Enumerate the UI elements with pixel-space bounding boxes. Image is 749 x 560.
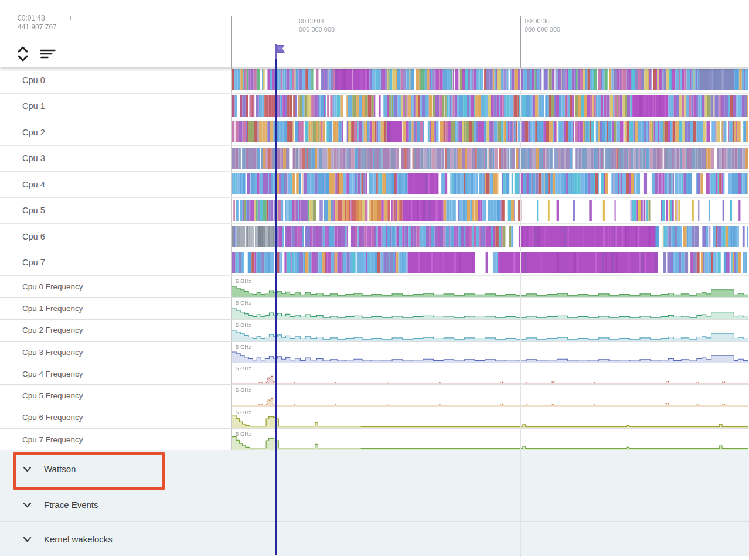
cpu-frequency-canvas[interactable] xyxy=(232,407,748,428)
track-area: 5 GHz xyxy=(232,276,749,297)
track-label-cpu-0[interactable]: Cpu 0 xyxy=(0,67,232,93)
frequency-scale-label: 5 GHz xyxy=(236,343,251,350)
cpu-frequency-canvas[interactable] xyxy=(232,320,748,341)
cpu-track-row: Cpu 0 xyxy=(0,67,749,94)
cursor-time-plus: + xyxy=(69,14,73,22)
panel-divider xyxy=(231,16,232,67)
frequency-scale-label: 5 GHz xyxy=(236,322,251,328)
section-row-wattson[interactable]: Wattson xyxy=(0,450,749,487)
cpu-track-row: Cpu 7 xyxy=(0,250,749,276)
track-label-cpu-3[interactable]: Cpu 3 xyxy=(0,146,232,172)
track-label-cpu-5[interactable]: Cpu 5 xyxy=(0,198,232,224)
track-label-text: Cpu 5 xyxy=(22,206,45,215)
cpu-frequency-canvas[interactable] xyxy=(232,342,748,363)
track-area xyxy=(232,198,749,224)
track-area: 5 GHz xyxy=(232,320,749,341)
track-label-text: Cpu 3 Frequency xyxy=(22,348,83,357)
section-row-kernel-wakelocks[interactable]: Kernel wakelocks xyxy=(0,522,749,556)
frequency-scale-label: 5 GHz xyxy=(236,299,251,306)
track-label-text: Cpu 0 xyxy=(22,76,45,85)
track-label-cpu-2[interactable]: Cpu 2 xyxy=(0,119,232,145)
track-label-cpu-freq-1[interactable]: Cpu 1 Frequency xyxy=(0,298,232,319)
track-area xyxy=(232,146,749,172)
track-label-cpu-freq-0[interactable]: Cpu 0 Frequency xyxy=(0,276,232,297)
track-area xyxy=(232,224,749,250)
section-label: Ftrace Events xyxy=(44,500,98,510)
track-label-cpu-6[interactable]: Cpu 6 xyxy=(0,224,232,250)
track-label-text: Cpu 2 Frequency xyxy=(22,326,83,334)
cpu-slices-canvas[interactable] xyxy=(232,173,748,194)
track-label-text: Cpu 4 Frequency xyxy=(22,370,83,378)
track-label-cpu-4[interactable]: Cpu 4 xyxy=(0,172,232,197)
track-area xyxy=(232,119,749,145)
section-row-ftrace-events[interactable]: Ftrace Events xyxy=(0,487,749,522)
cursor-timestamp: 00:01:48+ 441 907 767 xyxy=(18,14,73,32)
track-label-text: Cpu 1 Frequency xyxy=(22,304,83,313)
frequency-scale-label: 5 GHz xyxy=(236,409,251,415)
track-label-cpu-freq-6[interactable]: Cpu 6 Frequency xyxy=(0,407,232,428)
cpu-frequency-canvas[interactable] xyxy=(232,363,748,384)
cpu-slices-canvas[interactable] xyxy=(232,95,748,117)
cpu-frequency-track-row: Cpu 4 Frequency5 GHz xyxy=(0,363,749,385)
cpu-slices-canvas[interactable] xyxy=(232,252,748,273)
section-label: Kernel wakelocks xyxy=(44,534,113,544)
track-area xyxy=(232,94,749,119)
cpu-slices-canvas[interactable] xyxy=(232,69,748,90)
cpu-track-row: Cpu 2 xyxy=(0,119,749,146)
cpu-slices-canvas[interactable] xyxy=(232,121,748,142)
tick-label: 00:00:04000 000 000 xyxy=(299,18,335,33)
track-label-cpu-7[interactable]: Cpu 7 xyxy=(0,250,232,276)
track-label-text: Cpu 4 xyxy=(22,180,45,189)
cpu-frequency-canvas[interactable] xyxy=(232,276,748,297)
track-label-cpu-freq-4[interactable]: Cpu 4 Frequency xyxy=(0,363,232,384)
cpu-frequency-track-row: Cpu 0 Frequency5 GHz xyxy=(0,276,749,298)
cpu-frequency-track-row: Cpu 1 Frequency5 GHz xyxy=(0,298,749,319)
frequency-scale-label: 5 GHz xyxy=(236,365,251,371)
cpu-track-row: Cpu 6 xyxy=(0,224,749,250)
track-label-text: Cpu 6 Frequency xyxy=(22,413,83,422)
frequency-scale-label: 5 GHz xyxy=(236,431,251,437)
selected-time-marker xyxy=(275,59,277,555)
section-label: Wattson xyxy=(44,464,76,474)
cpu-frequency-canvas[interactable] xyxy=(232,429,748,450)
cpu-slices-canvas[interactable] xyxy=(232,148,748,169)
flag-marker-icon[interactable] xyxy=(270,42,287,63)
chevron-down-icon[interactable] xyxy=(22,464,32,474)
frequency-scale-label: 5 GHz xyxy=(236,278,251,284)
unfold-tracks-icon[interactable] xyxy=(15,45,30,65)
chevron-down-icon[interactable] xyxy=(22,534,32,544)
cpu-frequency-track-row: Cpu 3 Frequency5 GHz xyxy=(0,342,749,363)
track-label-cpu-1[interactable]: Cpu 1 xyxy=(0,94,232,119)
tick-label: 00:00:06000 000 000 xyxy=(525,18,560,33)
track-label-text: Cpu 2 xyxy=(22,128,45,137)
track-label-text: Cpu 7 xyxy=(22,258,45,267)
track-label-cpu-freq-3[interactable]: Cpu 3 Frequency xyxy=(0,342,232,363)
track-label-cpu-freq-7[interactable]: Cpu 7 Frequency xyxy=(0,429,232,450)
track-label-text: Cpu 1 xyxy=(22,101,45,111)
tick-line xyxy=(295,16,295,67)
perfetto-trace-viewer: 00:01:48+ 441 907 767 00:00:04000 000 00… xyxy=(0,0,749,560)
track-label-text: Cpu 5 Frequency xyxy=(22,391,83,400)
chevron-down-icon[interactable] xyxy=(22,500,32,510)
cpu-frequency-track-row: Cpu 7 Frequency5 GHz xyxy=(0,429,749,450)
track-list: Cpu 0Cpu 1Cpu 2Cpu 3Cpu 4Cpu 5Cpu 6Cpu 7… xyxy=(0,67,749,556)
track-area: 5 GHz xyxy=(232,385,749,406)
track-label-text: Cpu 7 Frequency xyxy=(22,435,83,444)
cpu-slices-canvas[interactable] xyxy=(232,200,748,221)
cpu-frequency-track-row: Cpu 2 Frequency5 GHz xyxy=(0,320,749,342)
track-area: 5 GHz xyxy=(232,429,749,450)
cpu-slices-canvas[interactable] xyxy=(232,226,748,247)
cpu-frequency-track-row: Cpu 5 Frequency5 GHz xyxy=(0,385,749,407)
track-label-cpu-freq-2[interactable]: Cpu 2 Frequency xyxy=(0,320,232,341)
track-sort-icon[interactable] xyxy=(36,47,56,63)
track-area: 5 GHz xyxy=(232,407,749,428)
track-label-cpu-freq-5[interactable]: Cpu 5 Frequency xyxy=(0,385,232,406)
frequency-scale-label: 5 GHz xyxy=(236,387,251,393)
cpu-track-row: Cpu 4 xyxy=(0,172,749,198)
track-label-text: Cpu 6 xyxy=(22,232,45,241)
track-label-text: Cpu 3 xyxy=(22,153,45,163)
cpu-frequency-canvas[interactable] xyxy=(232,298,748,319)
track-area: 5 GHz xyxy=(232,298,749,319)
cursor-time: 00:01:48 xyxy=(18,14,45,22)
cpu-frequency-canvas[interactable] xyxy=(232,385,748,407)
